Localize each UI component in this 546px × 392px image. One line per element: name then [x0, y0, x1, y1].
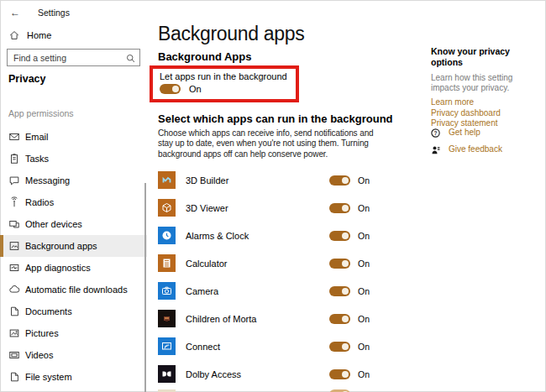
app-row: Camera On [158, 277, 371, 305]
app-row: 3D Viewer On [158, 194, 371, 222]
sidebar-item-label: Tasks [25, 154, 49, 164]
app-toggle[interactable] [329, 314, 350, 324]
sidebar-item-file-system[interactable]: File system [0, 366, 147, 388]
children-of-morta-icon [158, 310, 176, 327]
sidebar: ← Settings Home Privacy App permissions … [0, 0, 147, 392]
app-toggle-state: On [358, 175, 371, 186]
email-icon [8, 131, 20, 143]
get-help-link[interactable]: Get help [449, 128, 480, 139]
sidebar-item-label: App diagnostics [25, 263, 91, 273]
sidebar-item-other-devices[interactable]: Other devices [0, 213, 147, 235]
background-apps-master-toggle[interactable] [160, 84, 181, 94]
sidebar-item-label: Background apps [25, 241, 97, 251]
app-toggle[interactable] [329, 259, 350, 269]
automatic-file-downloads-icon [8, 284, 20, 295]
sidebar-item-label: Documents [25, 306, 72, 316]
app-row: Alarms & Clock On [158, 222, 371, 249]
sidebar-item-home[interactable]: Home [8, 29, 147, 42]
sidebar-item-documents[interactable]: Documents [0, 301, 147, 322]
sidebar-item-radios[interactable]: Radios [0, 191, 147, 213]
camera-icon [158, 282, 176, 300]
help-block: ? Get help Give feedback [430, 128, 502, 161]
give-feedback-link[interactable]: Give feedback [449, 144, 502, 155]
sidebar-scrollbar[interactable] [144, 183, 146, 392]
radios-icon [8, 196, 20, 208]
alarms-clock-icon [158, 227, 176, 244]
give-feedback-icon [430, 144, 441, 155]
sidebar-item-label: Pictures [25, 328, 59, 338]
section-background-apps-title: Background Apps [158, 50, 412, 63]
search-icon[interactable] [125, 52, 136, 67]
sidebar-item-label: Messaging [25, 175, 70, 186]
documents-icon [8, 306, 20, 317]
sidebar-nav: Email Tasks Messaging Radios Other devic… [0, 126, 147, 388]
dolby-access-icon [158, 365, 176, 383]
app-toggle-state: On [358, 369, 371, 379]
learn-more-link[interactable]: Learn more [431, 97, 542, 108]
master-toggle-label: Let apps run in the background [160, 71, 287, 81]
aside-description: Learn how this setting impacts your priv… [431, 73, 542, 93]
app-toggle[interactable] [329, 231, 350, 241]
sidebar-item-pictures[interactable]: Pictures [0, 322, 147, 344]
app-toggle[interactable] [329, 342, 350, 352]
app-name: 3D Viewer [186, 203, 228, 213]
app-name: Connect [186, 342, 220, 352]
sidebar-item-app-diagnostics[interactable]: App diagnostics [0, 257, 147, 279]
app-toggle-state: On [358, 342, 371, 352]
app-toggle[interactable] [329, 203, 350, 213]
videos-icon [8, 349, 20, 361]
app-name: Alarms & Clock [186, 231, 249, 241]
app-row: Calculator On [158, 249, 371, 277]
tasks-icon [8, 153, 20, 165]
app-toggle-state: On [358, 203, 371, 213]
sidebar-item-label: Radios [25, 197, 54, 207]
sidebar-item-email[interactable]: Email [0, 126, 147, 148]
app-name: Camera [186, 286, 218, 296]
section-select-apps-title: Select which apps can run in the backgro… [158, 112, 412, 125]
sidebar-item-automatic-file-downloads[interactable]: Automatic file downloads [0, 279, 147, 301]
3d-builder-icon [158, 171, 176, 189]
sidebar-item-label: File system [25, 372, 72, 382]
app-name: Children of Morta [186, 314, 256, 324]
aside-title: Know your privacy options [431, 46, 542, 68]
sidebar-item-label: Other devices [25, 219, 82, 229]
privacy-options-panel: Know your privacy options Learn how this… [431, 46, 542, 129]
app-name: Dolby Access [186, 369, 241, 379]
highlight-box: Let apps run in the background On [150, 65, 299, 102]
privacy-dashboard-link[interactable]: Privacy dashboard [431, 108, 542, 119]
app-toggle-state: On [358, 231, 371, 241]
app-diagnostics-icon [8, 262, 20, 274]
app-toggle[interactable] [329, 369, 350, 379]
app-row: Connect On [158, 332, 371, 360]
search-input[interactable] [7, 49, 140, 66]
sidebar-item-background-apps[interactable]: Background apps [0, 235, 147, 257]
messaging-icon [8, 175, 20, 186]
app-toggle[interactable] [329, 175, 350, 186]
svg-text:?: ? [434, 130, 438, 136]
sidebar-item-videos[interactable]: Videos [0, 344, 147, 366]
get-help-icon: ? [430, 128, 441, 139]
app-row-partial [158, 388, 371, 392]
search-box [7, 49, 140, 66]
back-icon[interactable]: ← [10, 8, 20, 18]
file-system-icon [8, 371, 20, 383]
home-icon [8, 29, 20, 41]
connect-icon [158, 337, 176, 355]
app-toggle-state: On [358, 286, 371, 296]
app-name: 3D Builder [186, 175, 228, 186]
settings-window: ← Settings Home Privacy App permissions … [0, 0, 546, 392]
master-toggle-state: On [189, 84, 202, 94]
sidebar-item-messaging[interactable]: Messaging [0, 170, 147, 191]
sidebar-item-tasks[interactable]: Tasks [0, 148, 147, 170]
app-toggle-state: On [358, 259, 371, 269]
sidebar-item-label: Videos [25, 350, 53, 360]
section-description: Choose which apps can receive info, send… [158, 128, 386, 159]
app-toggle[interactable] [329, 286, 350, 296]
3d-viewer-icon [158, 199, 176, 217]
sidebar-item-label: Automatic file downloads [25, 285, 128, 295]
app-row: Children of Morta On [158, 305, 371, 332]
home-label: Home [27, 30, 51, 40]
app-list: 3D Builder On 3D Viewer On Alarms & Cloc… [158, 166, 371, 392]
sidebar-item-label: Email [25, 132, 49, 142]
page-title: Background apps [158, 23, 412, 44]
